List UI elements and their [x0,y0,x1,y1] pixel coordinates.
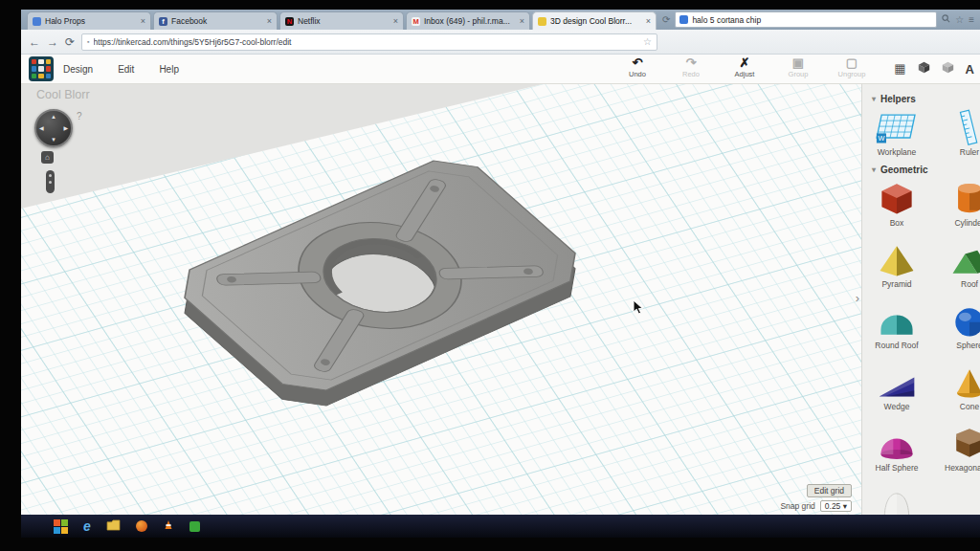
workplane-scene [21,84,861,515]
orbit-left-icon[interactable]: ◀ [39,125,44,131]
address-input[interactable] [94,37,640,47]
menu-help[interactable]: Help [159,64,179,75]
menu-design[interactable]: Design [63,64,93,75]
tab-close-icon[interactable]: × [141,17,145,26]
tab-close-icon[interactable]: × [267,17,272,26]
view-cube-light-icon[interactable] [942,61,954,77]
tab-facebook[interactable]: f Facebook × [153,11,278,30]
shape-box[interactable]: Box [872,180,922,228]
grid-controls: Edit grid Snap grid 0.25 ▾ [780,484,852,512]
view-cube-dark-icon[interactable] [918,61,930,77]
shape-sphere[interactable]: Sphere [945,302,980,350]
helper-ruler[interactable]: Ruler [945,109,980,157]
helpers-section-header[interactable]: ▾ Helpers [872,94,980,104]
snap-grid-select[interactable]: 0.25 ▾ [820,500,852,512]
shape-round-roof[interactable]: Round Roof [872,302,922,350]
logo-cell [32,66,36,71]
tab-inbox[interactable]: M Inbox (649) - phil.r.ma... × [406,11,530,30]
tab-close-icon[interactable]: × [393,17,398,26]
logo-cell [32,59,36,64]
reload-icon[interactable]: ⟳ [65,36,75,48]
windows-taskbar: e [21,515,980,538]
group-button[interactable]: ▣ Group [775,55,821,78]
shape-hexagonal-prism[interactable]: Hexagonal Prism [945,425,980,473]
tab-close-icon[interactable]: × [520,17,524,26]
firefox-icon[interactable] [136,520,147,532]
file-explorer-icon[interactable] [106,518,121,535]
adjust-button[interactable]: ✗ Adjust [722,55,768,78]
wedge-icon [872,364,922,400]
cone-icon [945,364,980,400]
bookmark-star-icon[interactable]: ☆ [643,36,652,47]
round-roof-icon [872,302,922,339]
search-field[interactable] [675,11,937,28]
refresh-icon[interactable]: ⟳ [662,15,670,25]
start-button[interactable] [54,519,68,534]
forward-icon[interactable]: → [47,36,58,48]
logo-cell [38,66,43,71]
orbit-control[interactable]: ▲ ▼ ◀ ▶ [34,109,73,147]
media-player-icon[interactable] [163,518,174,535]
helper-workplane[interactable]: W Workplane [872,109,922,157]
edit-grid-button[interactable]: Edit grid [807,484,852,497]
zoom-control[interactable] [46,170,55,193]
redo-icon: ↷ [668,55,714,70]
panel-collapse-chevron[interactable]: › [856,291,859,305]
cylinder-icon [945,180,980,216]
shape-paraboloid[interactable] [872,486,922,515]
tab-title: 3D design Cool Blorr... [550,16,640,26]
ruler-icon [945,109,980,145]
workplane-icon: W [872,109,922,145]
half-sphere-icon [872,425,922,461]
green-app-icon[interactable] [189,521,200,532]
browser-toolbar: ← → ⟳ ▪ ☆ [21,30,980,55]
address-bar[interactable]: ▪ ☆ [81,33,657,51]
help-hint[interactable]: ? [77,111,82,121]
search-favicon [679,15,688,24]
menu-icon[interactable]: ≡ [969,15,974,25]
monitor-photo: { "icons": { "close": "×", "back": "←", … [0,0,980,551]
redo-button[interactable]: ↷ Redo [668,55,714,78]
shape-cylinder[interactable]: Cylinder [945,180,980,228]
app-body: Cool Blorr ? ▲ ▼ ◀ ▶ ⌂ › Edit grid Snap … [21,84,980,515]
ungroup-button[interactable]: ▢ Ungroup [829,55,875,78]
search-input[interactable] [692,15,932,25]
logo-cell [32,74,36,78]
shape-wedge[interactable]: Wedge [872,364,922,411]
tinkercad-logo[interactable] [29,56,54,81]
tab-halo-props[interactable]: Halo Props × [27,11,151,30]
app-header: Design Edit Help ↶ Undo ↷ Redo ✗ Adjust … [21,55,980,84]
account-initial[interactable]: A [966,62,974,77]
design-canvas[interactable]: Cool Blorr ? ▲ ▼ ◀ ▶ ⌂ › Edit grid Snap … [21,84,861,515]
magnifier-icon[interactable] [942,14,950,25]
menu-edit[interactable]: Edit [118,64,134,75]
shape-pyramid[interactable]: Pyramid [872,241,922,289]
parts-grid-icon[interactable]: ▦ [894,62,905,76]
home-view-button[interactable]: ⌂ [41,151,54,164]
section-arrow-icon: ▾ [872,95,876,103]
tab-favicon [538,17,546,26]
site-badge-icon: ▪ [87,38,89,45]
orbit-up-icon[interactable]: ▲ [51,114,56,120]
star-icon[interactable]: ☆ [955,15,964,25]
shape-cone[interactable]: Cone [945,364,980,411]
shape-roof[interactable]: Roof [945,241,980,289]
internet-explorer-icon[interactable]: e [83,519,91,533]
snap-grid-label: Snap grid [780,501,814,511]
geometric-section-header[interactable]: ▾ Geometric [872,165,980,175]
orbit-right-icon[interactable]: ▶ [63,125,68,131]
ungroup-icon: ▢ [829,55,875,70]
shape-half-sphere[interactable]: Half Sphere [872,425,922,473]
sphere-icon [945,302,980,339]
tab-tinkercad-active[interactable]: 3D design Cool Blorr... × [532,11,657,30]
design-title: Cool Blorr [36,88,90,101]
tab-close-icon[interactable]: × [646,17,651,26]
back-icon[interactable]: ← [29,36,40,48]
undo-button[interactable]: ↶ Undo [614,55,660,78]
orbit-down-icon[interactable]: ▼ [51,137,56,143]
tab-netflix[interactable]: N Netflix × [279,11,404,30]
logo-cell [46,66,51,71]
dropdown-arrow-icon: ▾ [843,501,847,511]
edit-tools: ↶ Undo ↷ Redo ✗ Adjust ▣ Group ▢ Ungroup [614,55,875,78]
adjust-icon: ✗ [722,55,768,70]
